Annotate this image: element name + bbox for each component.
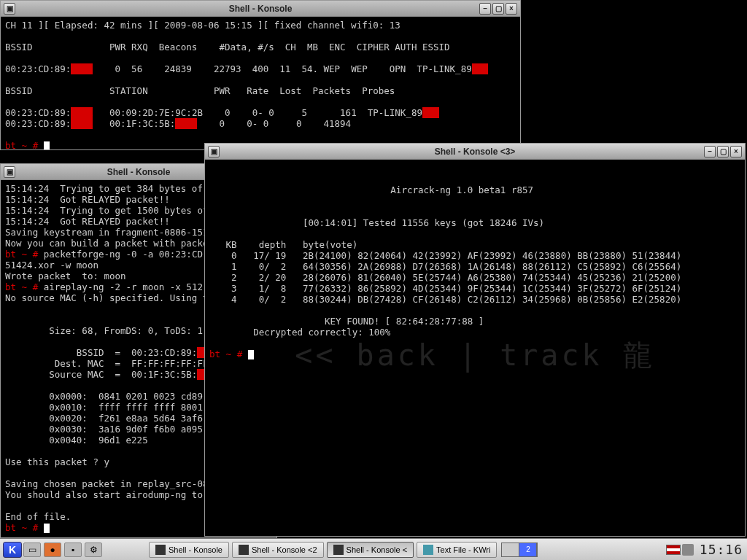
prompt: bt ~ # [209,349,248,359]
minimize-button[interactable]: – [704,146,716,158]
close-button[interactable]: × [730,146,742,158]
close-button[interactable]: × [506,3,517,15]
window-title: Shell - Konsole <3> [435,147,516,157]
window-title: Shell - Konsole [229,4,293,14]
titlebar[interactable]: ▣ Shell - Konsole <3> – ▢ × [205,144,745,160]
task-kwrite[interactable]: Text File - KWri [417,542,497,558]
minimize-button[interactable]: – [479,3,491,15]
kwrite-icon [423,545,433,555]
terminal-icon[interactable]: ▪ [64,542,82,557]
konsole-icon [155,545,166,555]
cursor [44,141,50,149]
window-airodump[interactable]: ▣ Shell - Konsole – ▢ × CH 11 ][ Elapsed… [0,0,521,150]
sysmenu-icon[interactable]: ▣ [4,3,15,15]
tray-icon[interactable] [682,544,694,556]
terminal-output: CH 11 ][ Elapsed: 42 mins ][ 2009-08-06 … [1,17,520,149]
clock[interactable]: 15:16 [700,542,743,557]
pager-1[interactable] [502,543,519,556]
task-shell-2[interactable]: Shell - Konsole <2 [232,542,324,558]
window-title: Shell - Konsole [107,167,171,177]
sysmenu-icon[interactable]: ▣ [4,166,15,178]
task-shell-1[interactable]: Shell - Konsole [149,542,229,558]
show-desktop-icon[interactable]: ▭ [23,542,41,557]
cursor [44,524,50,533]
network-icon[interactable]: ⚙ [85,542,102,557]
konsole-icon [239,545,249,555]
task-shell-3[interactable]: Shell - Konsole < [327,542,414,558]
kmenu-button[interactable]: K [3,542,22,558]
sysmenu-icon[interactable]: ▣ [208,146,220,158]
maximize-button[interactable]: ▢ [492,3,504,15]
backtrack-logo: << back | track 龍 [295,350,654,361]
titlebar[interactable]: ▣ Shell - Konsole – ▢ × [1,1,520,17]
prompt: bt ~ # [5,140,44,149]
taskbar[interactable]: K ▭ ● ▪ ⚙ Shell - Konsole Shell - Konsol… [0,538,747,560]
system-tray: 15:16 [666,542,743,557]
konsole-icon [333,545,344,555]
window-aircrack[interactable]: ▣ Shell - Konsole <3> – ▢ × << back | tr… [204,143,746,537]
firefox-icon[interactable]: ● [44,542,61,557]
keyboard-layout-icon[interactable] [666,545,681,555]
desktop-pager[interactable]: 2 [501,542,538,557]
cursor [248,350,254,359]
terminal-output: << back | track 龍 Aircrack-ng 1.0 beta1 … [205,160,745,536]
maximize-button[interactable]: ▢ [717,146,729,158]
prompt: bt ~ # [5,522,44,533]
pager-2[interactable]: 2 [519,543,537,556]
